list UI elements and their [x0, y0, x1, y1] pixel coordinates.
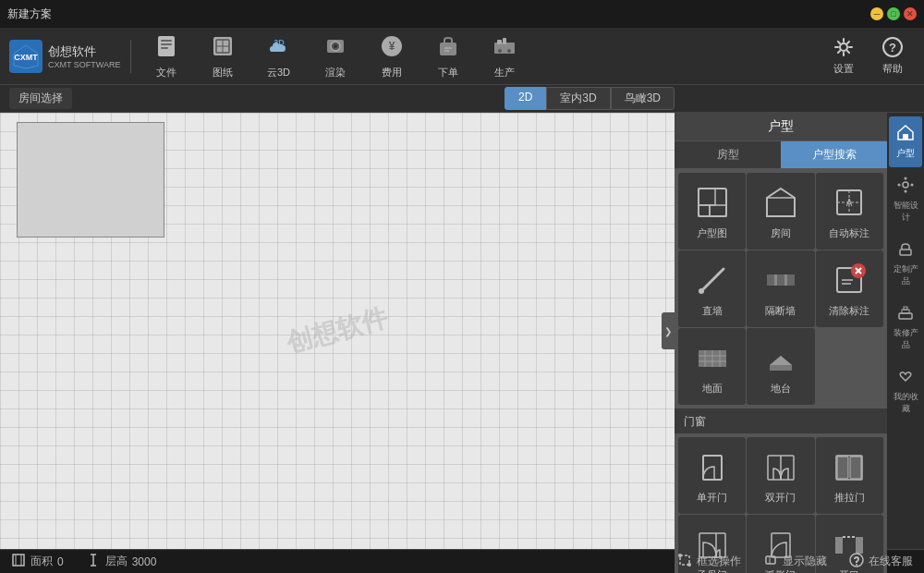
svg-point-89 — [687, 563, 691, 567]
side-tab-favorites[interactable]: 我的收藏 — [889, 360, 922, 422]
room-icon — [760, 182, 801, 223]
canvas-area[interactable]: 创想软件 ❯ — [0, 113, 675, 549]
svg-point-76 — [911, 184, 914, 187]
auto-label-icon: A — [829, 182, 869, 223]
order-button[interactable]: 下单 — [422, 32, 474, 80]
online-service-icon — [849, 553, 864, 570]
clear-label-item[interactable]: 清除标注 — [816, 250, 883, 327]
sliding-door-icon — [829, 446, 869, 487]
platform-item[interactable]: 地台 — [747, 328, 814, 405]
svg-rect-68 — [856, 537, 863, 554]
side-tab-house-type[interactable]: 户型 — [889, 116, 922, 167]
settings-label: 设置 — [833, 62, 854, 76]
svg-rect-42 — [787, 274, 795, 286]
svg-marker-56 — [770, 356, 792, 365]
frame-op-label: 框选操作 — [697, 554, 741, 569]
area-icon — [11, 553, 26, 570]
file-button[interactable]: 文件 — [140, 32, 192, 80]
svg-marker-31 — [767, 189, 795, 216]
tab-house-search[interactable]: 户型搜索 — [781, 141, 887, 168]
floor-plan-icon — [692, 182, 733, 223]
side-tab-decoration[interactable]: 装修产品 — [889, 297, 922, 359]
svg-text:A: A — [846, 198, 853, 208]
help-button[interactable]: ? 帮助 — [870, 32, 915, 80]
svg-rect-16 — [440, 43, 456, 55]
side-tab-custom-product[interactable]: 定制产品 — [889, 233, 922, 295]
svg-rect-62 — [837, 457, 848, 479]
tab-3d-bird[interactable]: 鸟瞰3D — [611, 87, 675, 110]
blueprint-button[interactable]: 图纸 — [197, 32, 249, 80]
room-select-label: 房间选择 — [9, 88, 72, 109]
svg-point-74 — [905, 190, 907, 193]
svg-rect-41 — [777, 274, 784, 286]
room-item[interactable]: 房间 — [747, 173, 814, 250]
svg-point-38 — [699, 288, 704, 294]
maximize-button[interactable]: □ — [887, 7, 900, 20]
svg-point-22 — [498, 49, 502, 53]
svg-rect-21 — [503, 38, 506, 44]
floor-plan-item[interactable]: 户型图 — [678, 173, 746, 250]
render-button[interactable]: 渲染 — [310, 32, 361, 80]
logo-sub: CXMT SOFTWARE — [48, 60, 121, 69]
auto-label-item[interactable]: A 自动标注 — [816, 173, 883, 250]
single-door-item[interactable]: 单开门 — [678, 437, 746, 514]
collapse-panel-button[interactable]: ❯ — [662, 312, 675, 349]
sliding-door-item[interactable]: 推拉门 — [816, 437, 883, 514]
cost-button[interactable]: ¥ 费用 — [366, 32, 418, 80]
decoration-icon — [897, 304, 914, 324]
double-door-item[interactable]: 双开门 — [747, 437, 814, 514]
render-label: 渲染 — [325, 66, 346, 79]
straight-wall-item[interactable]: 直墙 — [678, 250, 746, 327]
right-panel: 户型 房型 户型搜索 户型图 房间 — [675, 113, 924, 549]
floor-item[interactable]: 地面 — [678, 328, 746, 405]
settings-button[interactable]: 设置 — [821, 32, 866, 80]
smart-design-icon — [897, 177, 914, 197]
svg-rect-87 — [680, 555, 689, 565]
svg-rect-78 — [899, 313, 912, 319]
tab-3d-indoor[interactable]: 室内3D — [546, 87, 610, 110]
produce-button[interactable]: 生产 — [479, 32, 530, 80]
side-tab-decoration-label: 装修产品 — [891, 327, 920, 351]
clear-label-icon — [829, 260, 869, 300]
door-window-section-label: 门窗 — [675, 408, 887, 433]
double-door-label: 双开门 — [765, 491, 796, 505]
svg-point-72 — [903, 182, 908, 188]
clear-label-label: 清除标注 — [829, 304, 869, 318]
partition-wall-item[interactable]: 隔断墙 — [747, 250, 814, 327]
svg-point-75 — [898, 184, 901, 187]
panel-title: 户型 — [675, 113, 887, 141]
title-left: 新建方案 — [7, 6, 52, 22]
produce-icon — [492, 33, 517, 63]
help-label: 帮助 — [882, 62, 903, 76]
cloud3d-label: 云3D — [267, 66, 290, 79]
floor-height-icon — [86, 553, 101, 570]
svg-rect-5 — [161, 47, 168, 49]
frame-op-status[interactable]: 框选操作 — [677, 553, 741, 570]
display-hidden-status[interactable]: 显示隐藏 — [763, 553, 827, 570]
minimize-button[interactable]: ─ — [870, 7, 883, 20]
display-hidden-icon — [763, 553, 778, 570]
logo-name: 创想软件 — [48, 43, 121, 60]
side-tab-smart-design[interactable]: 智能设计 — [889, 169, 922, 231]
svg-rect-63 — [850, 457, 861, 479]
svg-rect-57 — [703, 456, 722, 480]
tab-room-type[interactable]: 房型 — [675, 141, 781, 168]
svg-line-37 — [701, 269, 723, 291]
single-door-label: 单开门 — [697, 491, 727, 505]
area-value: 0 — [57, 555, 64, 568]
floor-label: 地面 — [702, 382, 723, 396]
main-area: 创想软件 ❯ 户型 房型 户型搜索 户型图 — [0, 113, 924, 549]
panel-tabs: 房型 户型搜索 — [675, 141, 887, 169]
svg-rect-77 — [900, 250, 911, 255]
frame-op-icon — [677, 553, 692, 570]
panel-main: 户型 房型 户型搜索 户型图 房间 — [675, 113, 887, 549]
svg-rect-81 — [13, 555, 24, 566]
tab-2d[interactable]: 2D — [505, 87, 546, 110]
statusbar: 面积 0 层高 3000 框选操作 显示隐藏 在线客服 — [0, 549, 924, 573]
partition-wall-icon — [760, 260, 801, 300]
online-service-status[interactable]: 在线客服 — [849, 553, 913, 570]
svg-text:CXMT: CXMT — [14, 53, 38, 62]
logo-icon: CXMT — [9, 40, 43, 73]
close-button[interactable]: ✕ — [904, 7, 917, 20]
cloud3d-button[interactable]: 3D 云3D — [253, 32, 305, 80]
